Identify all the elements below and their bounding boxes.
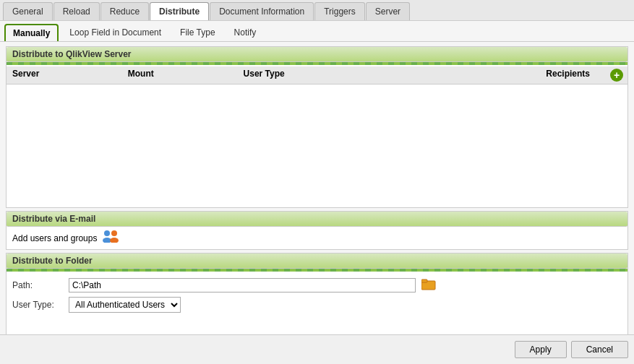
svg-rect-5 (421, 280, 427, 282)
tab-server[interactable]: Server (366, 2, 410, 20)
usertype-select[interactable]: All Authenticated Users Custom (69, 297, 181, 313)
col-header-usertype: User Type (244, 69, 475, 82)
users-icon[interactable] (101, 230, 121, 246)
tab-distribute[interactable]: Distribute (150, 2, 209, 20)
path-input[interactable] (69, 278, 416, 292)
add-server-button[interactable]: + (607, 69, 622, 82)
subtab-filetype[interactable]: File Type (172, 24, 223, 41)
cancel-button[interactable]: Cancel (571, 341, 628, 358)
path-row: Path: (12, 277, 622, 292)
svg-point-2 (111, 230, 117, 236)
email-section-header: Distribute via E-mail (7, 212, 627, 227)
tab-reload[interactable]: Reload (53, 2, 100, 20)
subtab-loopfield[interactable]: Loop Field in Document (61, 24, 169, 41)
folder-body: Path: User Type: All Authenticated Users… (7, 273, 627, 317)
server-table-header: Server Mount User Type Recipients + (7, 66, 627, 84)
top-tab-bar: General Reload Reduce Distribute Documen… (0, 0, 634, 21)
add-server-icon[interactable]: + (610, 69, 623, 82)
bottom-buttons: Apply Cancel (0, 334, 634, 364)
server-section-header: Distribute to QlikView Server (7, 47, 627, 62)
sub-tab-bar: Manually Loop Field in Document File Typ… (0, 21, 634, 42)
server-table-body (7, 84, 627, 207)
email-section: Distribute via E-mail Add users and grou… (6, 211, 628, 250)
main-content: Distribute to QlikView Server Server Mou… (0, 42, 634, 363)
col-header-server: Server (12, 69, 128, 82)
add-users-label: Add users and groups (12, 233, 97, 243)
server-section: Distribute to QlikView Server Server Mou… (6, 46, 628, 208)
folder-section-header: Distribute to Folder (7, 254, 627, 269)
apply-button[interactable]: Apply (515, 341, 567, 358)
browse-folder-button[interactable] (421, 277, 436, 292)
email-body: Add users and groups (7, 227, 627, 249)
tab-general[interactable]: General (3, 2, 53, 20)
usertype-label: User Type: (12, 300, 63, 310)
tab-triggers[interactable]: Triggers (314, 2, 365, 20)
svg-point-3 (110, 238, 119, 243)
col-header-mount: Mount (128, 69, 244, 82)
col-header-recipients: Recipients (474, 69, 607, 82)
svg-point-0 (104, 230, 110, 236)
tab-reduce[interactable]: Reduce (100, 2, 149, 20)
usertype-row: User Type: All Authenticated Users Custo… (12, 297, 622, 313)
subtab-notify[interactable]: Notify (226, 24, 265, 41)
subtab-manually[interactable]: Manually (4, 24, 59, 41)
tab-docinfo[interactable]: Document Information (210, 2, 314, 20)
path-label: Path: (12, 280, 63, 290)
